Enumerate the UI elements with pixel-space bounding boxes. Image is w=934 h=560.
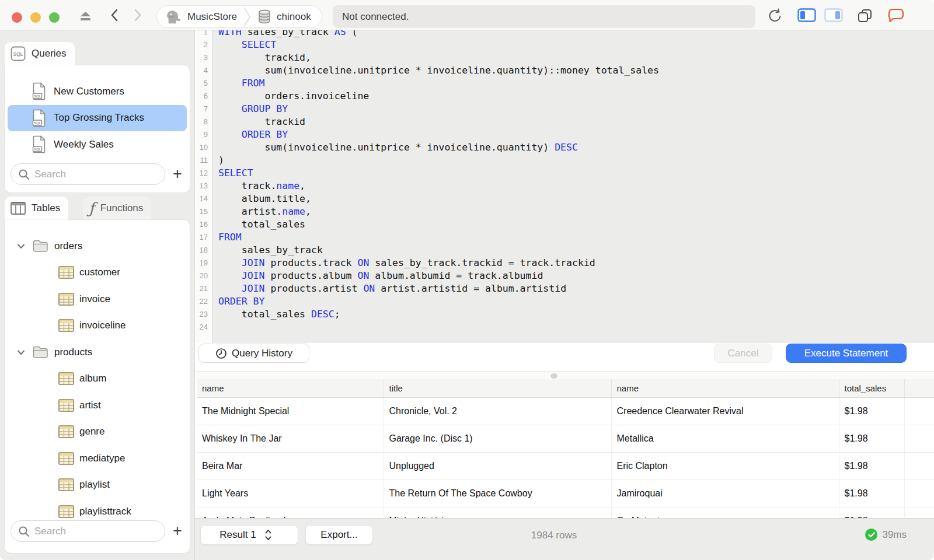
code-line[interactable]: WITH sales_by_track AS (	[218, 30, 934, 38]
tables-search-input[interactable]	[34, 526, 151, 537]
tree-folder-row[interactable]: orders	[5, 233, 190, 260]
tree-folder-row[interactable]: products	[5, 339, 190, 366]
table-cell[interactable]: Ando Meio Desligado	[197, 507, 384, 518]
export-button[interactable]: Export...	[305, 525, 373, 545]
tree-table-row[interactable]: artist	[5, 392, 190, 419]
code-line[interactable]: sum(invoiceline.unitprice * invoiceline.…	[218, 141, 934, 154]
results-table[interactable]: nametitlenametotal_salesThe Midnight Spe…	[197, 379, 934, 518]
code-line[interactable]	[218, 321, 934, 334]
tree-table-row[interactable]: invoice	[5, 286, 190, 313]
table-icon	[58, 319, 74, 332]
minimize-icon[interactable]	[30, 12, 41, 23]
table-cell[interactable]: Unplugged	[384, 452, 611, 480]
code-line[interactable]: orders.invoiceline	[218, 90, 934, 103]
code-line[interactable]: JOIN products.track ON sales_by_track.tr…	[218, 257, 934, 270]
table-cell[interactable]: $1.98	[839, 452, 904, 480]
code-line[interactable]: JOIN products.album ON album.albumid = t…	[218, 270, 934, 282]
table-cell[interactable]: Whiskey In The Jar	[197, 425, 384, 452]
chevron-down-icon[interactable]	[16, 242, 26, 251]
pane-splitter[interactable]	[195, 371, 934, 379]
code-line[interactable]: ORDER BY	[218, 295, 934, 308]
tables-search[interactable]	[11, 520, 165, 542]
code-line[interactable]: ORDER BY	[218, 128, 934, 141]
code-line[interactable]: )	[218, 154, 934, 167]
execute-statement-button[interactable]: Execute Statement	[786, 344, 907, 363]
breadcrumb-server[interactable]: MusicStore	[187, 11, 237, 23]
column-header[interactable]: total_sales	[839, 379, 904, 397]
code-line[interactable]: total_sales	[218, 218, 934, 231]
line-number: 6	[195, 90, 212, 103]
table-row[interactable]: Beira MarUnpluggedEric Clapton$1.98	[197, 452, 934, 480]
tree-table-row[interactable]: genre	[5, 419, 190, 446]
result-selector[interactable]: Result 1	[200, 525, 298, 545]
table-cell[interactable]: The Return Of The Space Cowboy	[384, 480, 611, 507]
eject-icon[interactable]	[79, 10, 92, 22]
table-cell[interactable]: Chronicle, Vol. 2	[384, 397, 611, 425]
forward-icon[interactable]	[133, 8, 142, 22]
table-cell[interactable]: Eric Clapton	[611, 452, 839, 480]
code-line[interactable]: trackid,	[218, 51, 934, 64]
code-line[interactable]: GROUP BY	[218, 103, 934, 116]
table-cell[interactable]: Beira Mar	[197, 452, 384, 480]
tree-table-row[interactable]: album	[5, 366, 190, 393]
back-icon[interactable]	[110, 8, 119, 22]
tree-table-row[interactable]: mediatype	[5, 445, 190, 472]
chevron-down-icon[interactable]	[16, 348, 26, 357]
tree-table-row[interactable]: invoiceline	[5, 313, 190, 340]
query-list-item[interactable]: SQLTop Grossing Tracks	[8, 105, 187, 132]
zoom-icon[interactable]	[49, 12, 60, 23]
column-header[interactable]: name	[197, 379, 384, 397]
tree-table-row[interactable]: playlist	[5, 472, 190, 499]
feedback-icon[interactable]	[887, 8, 905, 23]
breadcrumb-database[interactable]: chinook	[277, 11, 311, 23]
table-cell[interactable]: Metallica	[611, 425, 839, 452]
add-query-button[interactable]: +	[170, 166, 185, 183]
tab-tables[interactable]: Tables	[5, 197, 68, 220]
table-cell[interactable]: Creedence Clearwater Revival	[611, 397, 839, 425]
code-line[interactable]: FROM	[218, 77, 934, 90]
code-line[interactable]: album.title,	[218, 192, 934, 205]
right-sidebar-toggle-icon[interactable]	[824, 8, 843, 22]
table-cell[interactable]: $1.98	[839, 480, 904, 507]
query-list-item[interactable]: SQLNew Customers	[8, 78, 187, 105]
table-cell[interactable]: $1.98	[839, 397, 904, 425]
code-line[interactable]: artist.name,	[218, 205, 934, 218]
tab-functions[interactable]: ƒ Functions	[83, 197, 151, 220]
code-line[interactable]: total_sales DESC;	[218, 308, 934, 321]
left-sidebar-toggle-icon[interactable]	[797, 8, 816, 22]
table-row[interactable]: The Midnight SpecialChronicle, Vol. 2Cre…	[197, 397, 934, 425]
sql-editor[interactable]: 123456789101112131415161718192021222324 …	[195, 30, 934, 343]
table-cell[interactable]: Minha História	[384, 507, 611, 518]
table-row[interactable]: Light YearsThe Return Of The Space Cowbo…	[197, 480, 934, 507]
column-header[interactable]: name	[611, 379, 839, 397]
refresh-icon[interactable]	[767, 8, 783, 23]
column-header[interactable]: title	[384, 379, 611, 397]
table-cell[interactable]: $1.98	[839, 507, 904, 518]
table-cell[interactable]: The Midnight Special	[197, 397, 384, 425]
code-line[interactable]: SELECT	[218, 167, 934, 180]
table-cell[interactable]: Os Mutantes	[611, 507, 839, 518]
code-line[interactable]: sales_by_track	[218, 244, 934, 257]
table-cell[interactable]: Light Years	[197, 480, 384, 507]
add-table-button[interactable]: +	[170, 523, 185, 540]
table-row[interactable]: Ando Meio DesligadoMinha HistóriaOs Muta…	[197, 507, 934, 518]
code-line[interactable]: SELECT	[218, 38, 934, 51]
query-history-button[interactable]: Query History	[198, 344, 309, 363]
table-cell[interactable]: Jamiroquai	[611, 480, 839, 507]
code-line[interactable]: JOIN products.artist ON artist.artistid …	[218, 282, 934, 295]
code-line[interactable]: FROM	[218, 231, 934, 244]
code-line[interactable]: track.name,	[218, 180, 934, 192]
queries-search[interactable]	[11, 163, 165, 185]
tree-table-row[interactable]: customer	[5, 260, 190, 286]
table-cell[interactable]: $1.98	[839, 425, 904, 452]
windows-icon[interactable]	[857, 8, 873, 23]
query-list-item[interactable]: SQLWeekly Sales	[8, 131, 187, 158]
close-icon[interactable]	[12, 12, 22, 23]
table-cell[interactable]: Garage Inc. (Disc 1)	[384, 425, 611, 452]
line-number: 24	[195, 321, 212, 334]
table-row[interactable]: Whiskey In The JarGarage Inc. (Disc 1)Me…	[197, 425, 934, 452]
code-line[interactable]: trackid	[218, 116, 934, 128]
code-line[interactable]: sum(invoiceline.unitprice * invoiceline.…	[218, 64, 934, 77]
tab-queries[interactable]: SQL Queries	[5, 42, 75, 65]
queries-search-input[interactable]	[34, 169, 151, 180]
